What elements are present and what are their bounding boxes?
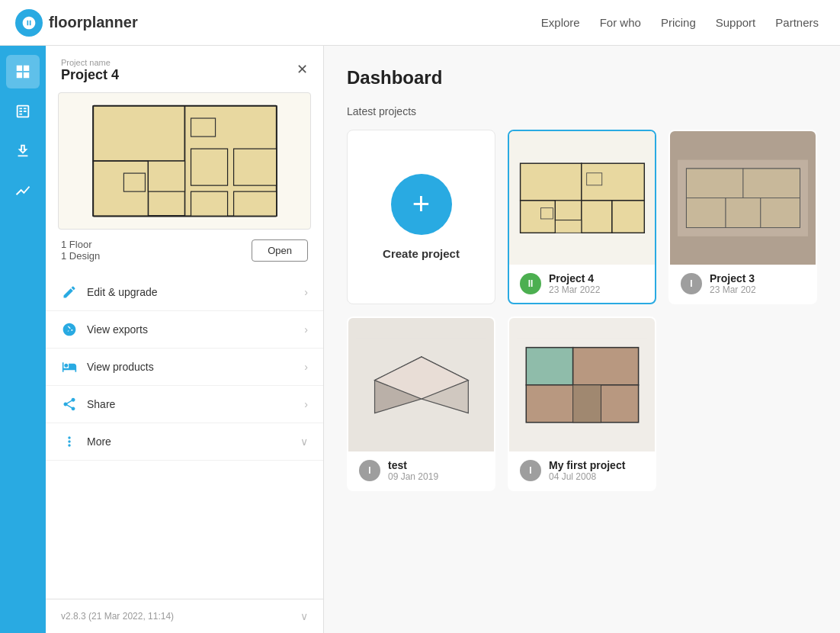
project-panel: Project name Project 4 ✕ [46, 46, 324, 633]
panel-footer: v2.8.3 (21 Mar 2022, 11:14) ∨ [46, 599, 323, 633]
project-info: 1 Floor 1 Design Open [46, 230, 323, 271]
logo-icon[interactable] [15, 9, 43, 37]
project3-avatar: I [681, 273, 702, 294]
project-name-block: Project name Project 4 [61, 58, 119, 83]
menu-edit-label: Edit & upgrade [87, 286, 158, 298]
myfirst-thumbnail [509, 318, 655, 451]
svg-rect-26 [686, 198, 726, 227]
project3-date: 23 Mar 202 [710, 284, 756, 295]
svg-rect-20 [586, 173, 601, 185]
svg-rect-28 [760, 198, 800, 227]
project3-thumbnail [670, 131, 816, 265]
logo-area: floorplanner [15, 9, 138, 37]
pencil-icon [61, 284, 78, 300]
test-name: test [388, 459, 438, 471]
close-panel-button[interactable]: ✕ [297, 61, 308, 78]
chair-icon [61, 358, 78, 375]
svg-rect-34 [526, 347, 572, 384]
project4-info: II Project 4 23 Mar 2022 [509, 265, 655, 303]
svg-rect-37 [572, 385, 601, 423]
create-project-label: Create project [383, 247, 460, 260]
svg-rect-13 [520, 163, 581, 201]
test-thumbnail [348, 318, 494, 451]
svg-rect-18 [611, 201, 643, 233]
menu-share-label: Share [87, 398, 115, 410]
nav-support[interactable]: Support [710, 13, 762, 32]
myfirst-avatar: I [520, 460, 541, 481]
svg-rect-6 [191, 149, 227, 185]
open-project-button[interactable]: Open [252, 239, 308, 262]
svg-rect-24 [686, 169, 742, 198]
myfirst-info: I My first project 04 Jul 2008 [509, 451, 655, 490]
latest-projects-label: Latest projects [347, 105, 817, 117]
test-date: 09 Jan 2019 [388, 471, 438, 482]
svg-rect-27 [726, 198, 761, 227]
sidebar-icon-floorplan[interactable] [6, 95, 40, 128]
nav-pricing[interactable]: Pricing [655, 13, 702, 32]
project4-avatar: II [520, 273, 541, 294]
plus-icon: + [412, 188, 430, 219]
create-project-button[interactable]: + [391, 174, 452, 235]
main-area: Project name Project 4 ✕ [0, 46, 840, 633]
menu-item-more[interactable]: More ∨ [46, 423, 323, 461]
project4-name: Project 4 [549, 272, 600, 284]
svg-rect-5 [148, 161, 184, 191]
nav-for-who[interactable]: For who [594, 13, 647, 32]
myfirst-name: My first project [549, 459, 625, 471]
test-info: I test 09 Jan 2019 [348, 451, 494, 490]
menu-exports-label: View exports [87, 323, 148, 336]
sidebar-icon-grid[interactable] [6, 55, 40, 88]
icon-sidebar [0, 46, 46, 633]
logo-text: floorplanner [49, 14, 138, 31]
project-meta: 1 Floor 1 Design [61, 239, 100, 262]
project-menu: Edit & upgrade › View exports › [46, 271, 323, 599]
sidebar-icon-export[interactable] [6, 134, 40, 168]
project3-name: Project 3 [710, 272, 756, 284]
test-avatar: I [359, 460, 380, 481]
myfirst-date: 04 Jul 2008 [549, 471, 625, 482]
project-name-value: Project 4 [61, 67, 119, 83]
project-card-test[interactable]: I test 09 Jan 2019 [347, 316, 495, 491]
project-card-project4[interactable]: II Project 4 23 Mar 2022 [508, 130, 656, 304]
header: floorplanner Explore For who Pricing Sup… [0, 0, 840, 46]
project-card-myfirst[interactable]: I My first project 04 Jul 2008 [508, 316, 656, 491]
svg-rect-11 [191, 118, 215, 137]
project-thumbnail [58, 92, 311, 230]
menu-item-products[interactable]: View products › [46, 349, 323, 386]
svg-rect-2 [93, 106, 184, 161]
nav-partners[interactable]: Partners [769, 13, 825, 32]
menu-item-share[interactable]: Share › [46, 386, 323, 423]
projects-grid-row2: I test 09 Jan 2019 [347, 316, 817, 491]
project4-date: 23 Mar 2022 [549, 284, 600, 295]
svg-rect-9 [233, 191, 276, 216]
empty-slot [668, 316, 817, 491]
share-chevron-icon: › [304, 398, 308, 410]
dashboard: Dashboard Latest projects + Create proje… [324, 46, 840, 633]
svg-rect-17 [581, 201, 611, 233]
more-chevron-icon: ∨ [300, 435, 308, 448]
svg-rect-25 [742, 169, 799, 198]
products-chevron-icon: › [304, 361, 308, 373]
exports-icon [61, 321, 78, 338]
more-dots-icon [61, 433, 78, 450]
edit-chevron-icon: › [304, 286, 308, 298]
footer-chevron-icon[interactable]: ∨ [300, 610, 308, 622]
svg-rect-10 [123, 173, 145, 191]
sidebar-icon-analytics[interactable] [6, 174, 40, 207]
project-card-project3[interactable]: I Project 3 23 Mar 202 [668, 130, 817, 304]
svg-rect-21 [555, 220, 581, 233]
version-label: v2.8.3 (21 Mar 2022, 11:14) [61, 611, 174, 622]
share-icon [61, 396, 78, 413]
menu-item-edit[interactable]: Edit & upgrade › [46, 274, 323, 311]
svg-rect-7 [233, 149, 276, 185]
svg-rect-16 [555, 201, 581, 220]
project4-thumbnail [509, 131, 655, 265]
projects-grid-row1: + Create project [347, 130, 817, 304]
menu-item-exports[interactable]: View exports › [46, 311, 323, 349]
project-name-label: Project name [61, 58, 119, 67]
dashboard-title: Dashboard [347, 67, 817, 88]
svg-rect-19 [540, 207, 553, 218]
create-project-card[interactable]: + Create project [347, 130, 495, 304]
menu-products-label: View products [87, 361, 154, 373]
nav-explore[interactable]: Explore [535, 13, 586, 32]
